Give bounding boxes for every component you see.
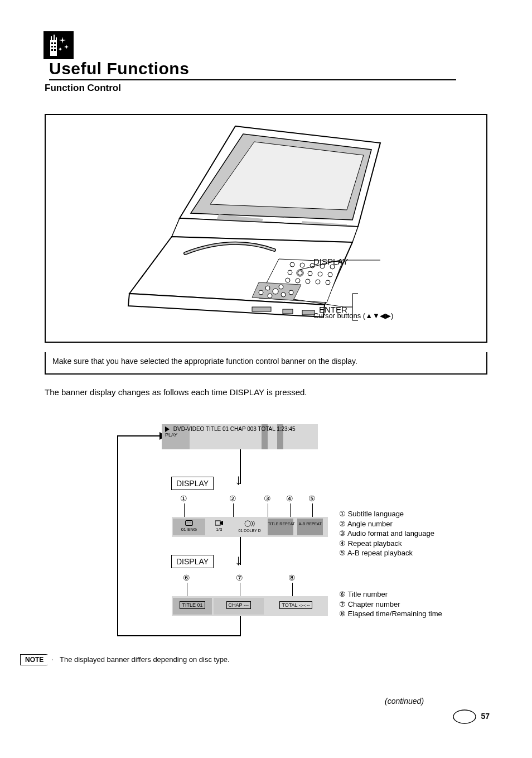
status1-line2: PLAY [165, 432, 315, 438]
page-number: 57 [481, 712, 490, 721]
down-arrow-icon-2: ↓ [235, 551, 242, 569]
svg-marker-10 [59, 37, 66, 44]
svg-point-48 [259, 290, 263, 295]
continued-label: (continued) [385, 697, 424, 706]
svg-point-34 [308, 271, 312, 276]
circled-7: ⑦ [236, 573, 243, 582]
note-text: The displayed banner differs depending o… [60, 655, 230, 664]
figure-caption: Make sure that you have selected the app… [45, 352, 487, 375]
title-rule [49, 79, 456, 80]
svg-point-37 [286, 278, 290, 282]
page-footer: 57 [452, 709, 490, 725]
audio-icon: ◯)) [244, 520, 255, 526]
section-subtitle: Function Control [45, 83, 121, 94]
section-icon [43, 31, 74, 59]
seg-title: TITLE 01 [180, 601, 205, 609]
status1-line1: DVD-VIDEO TITLE 01 CHAP 003 TOTAL 1:23:4… [172, 426, 296, 432]
seg-audio: 01 DOLBY D [238, 529, 260, 532]
svg-rect-21 [252, 307, 271, 311]
seg-angle: 1/3 [216, 527, 222, 532]
circled-5: ⑤ [308, 494, 316, 503]
page-oval-icon [452, 709, 477, 725]
svg-rect-56 [215, 521, 220, 525]
legend-3: Audio format and language [347, 529, 434, 538]
portable-dvd-device-illustration [118, 121, 419, 344]
circled-8: ⑧ [288, 573, 296, 582]
svg-point-38 [296, 279, 300, 283]
legend-8: Elapsed time/Remaining time [348, 610, 442, 618]
banner-intro-text: The banner display changes as follows ea… [45, 387, 307, 397]
svg-rect-6 [51, 46, 53, 47]
circled-3: ③ [264, 494, 271, 503]
legend-7: Chapter number [348, 600, 400, 608]
svg-point-58 [453, 710, 476, 723]
svg-rect-23 [302, 310, 315, 315]
svg-marker-57 [220, 521, 223, 525]
status-banner-1: DVD-VIDEO TITLE 01 CHAP 003 TOTAL 1:23:4… [162, 424, 318, 449]
seg-chapter: CHAP --- [226, 601, 251, 609]
svg-point-40 [316, 280, 320, 284]
svg-rect-3 [56, 37, 57, 40]
status-banner-3: TITLE 01 CHAP --- TOTAL -:--:-- [172, 596, 328, 616]
svg-rect-0 [50, 40, 57, 56]
svg-point-43 [265, 286, 270, 290]
down-arrow-icon: ↓ [235, 471, 242, 488]
legend-block-2: ⑥ Title number ⑦ Chapter number ⑧ Elapse… [339, 589, 442, 619]
seg-ab-repeat: A-B REPEAT [297, 519, 323, 535]
display-press-label-2: DISPLAY [171, 555, 214, 568]
svg-point-35 [318, 272, 322, 276]
callout-cursor-label: Cursor buttons (▲▼◀▶) [313, 311, 393, 320]
svg-point-36 [328, 272, 332, 277]
svg-rect-8 [51, 49, 53, 51]
svg-point-39 [306, 279, 310, 284]
svg-point-33 [298, 271, 302, 275]
circled-6: ⑥ [183, 573, 190, 582]
svg-point-26 [290, 262, 294, 267]
page-header: Useful Functions [43, 31, 487, 80]
legend-4: Repeat playback [348, 539, 402, 548]
sparkle-tower-icon [47, 35, 70, 56]
svg-rect-5 [54, 42, 56, 44]
legend-1: Subtitle language [348, 510, 404, 518]
svg-point-44 [281, 292, 286, 297]
svg-rect-9 [54, 49, 56, 51]
svg-rect-2 [54, 35, 55, 40]
svg-point-31 [288, 270, 292, 275]
device-figure: DISPLAY ENTER Cursor buttons (▲▼◀▶) [45, 114, 487, 343]
seg-subtitle: 01 ENG [181, 527, 197, 532]
display-press-label-1: DISPLAY [171, 477, 214, 490]
svg-point-41 [326, 280, 330, 285]
svg-point-42 [273, 289, 278, 294]
circled-4: ④ [286, 494, 293, 503]
svg-point-46 [279, 285, 283, 289]
legend-5: A-B repeat playback [347, 549, 413, 557]
svg-marker-11 [64, 45, 69, 49]
svg-rect-7 [54, 46, 56, 47]
svg-marker-12 [59, 47, 62, 51]
camera-angle-icon [215, 520, 223, 526]
page-title: Useful Functions [49, 59, 456, 78]
status-banner-2: 01 ENG 1/3 ◯)) 01 DOLBY D TITLE REPEAT A… [172, 517, 328, 537]
svg-rect-1 [51, 36, 52, 40]
callout-display-label: DISPLAY [313, 257, 348, 266]
svg-rect-4 [51, 42, 53, 44]
seg-time: TOTAL -:--:-- [279, 601, 312, 609]
note-block: NOTE The displayed banner differs depend… [20, 654, 230, 665]
legend-2: Angle number [347, 520, 393, 528]
seg-title-repeat: TITLE REPEAT [268, 519, 293, 535]
svg-rect-22 [283, 309, 293, 314]
note-label: NOTE [20, 654, 47, 665]
svg-point-45 [268, 294, 272, 298]
subtitle-icon [185, 520, 193, 526]
svg-point-27 [300, 263, 304, 267]
svg-point-47 [289, 290, 293, 295]
circled-2: ② [229, 494, 236, 503]
legend-6: Title number [347, 590, 388, 598]
legend-block-1: ① Subtitle language ② Angle number ③ Aud… [339, 509, 434, 558]
play-icon [165, 426, 170, 432]
circled-1: ① [180, 494, 187, 503]
